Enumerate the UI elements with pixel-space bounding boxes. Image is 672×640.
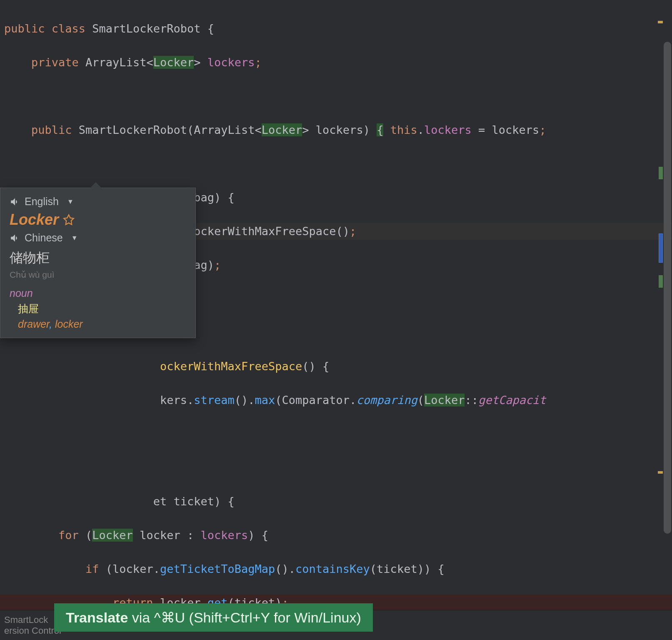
source-language-row[interactable]: English ▼ [10,196,186,208]
gutter-marker-warning[interactable] [658,471,663,474]
var: locker : [133,529,201,542]
translation-pinyin: Chǔ wù guì [10,270,186,280]
param: lockers [316,123,363,136]
brace: { [228,191,235,204]
paren: ) [214,495,221,508]
paren: () [336,225,350,238]
field-lockers: lockers [207,56,255,69]
eq: = [472,123,492,136]
paren: ( [79,529,92,542]
translation-popup[interactable]: English ▼ Locker Chinese ▼ 储物柜 Chǔ wù gu… [0,188,196,338]
code-line-blank[interactable] [0,426,672,443]
synonym-1: drawer [18,318,49,330]
chevron-down-icon: ▼ [67,198,74,206]
breadcrumb[interactable]: SmartLock ersion Control [0,615,61,636]
param: bag [194,191,214,204]
class-name: SmartLockerRobot [92,22,200,35]
keyword-this: this [390,123,417,136]
brace: { [431,562,445,575]
paren: ) [207,259,214,271]
paren: (). [235,394,255,407]
type: ArrayList< [194,123,262,136]
brace: { [255,529,269,542]
method-call: getTicketToBagMap [160,562,275,575]
banner-bold: Translate [66,610,128,625]
semicolon: ; [255,56,262,69]
gutter-marker-vcs[interactable] [659,275,663,288]
code-line-blank[interactable] [0,156,672,173]
type-locker: Locker [262,123,302,136]
speaker-icon[interactable] [10,233,20,243]
breadcrumb-file[interactable]: SmartLock [4,615,61,625]
type-locker: Locker [424,394,465,407]
semicolon: ; [350,225,356,238]
translation-text: 储物柜 [10,249,186,267]
synonym-comma: , [49,318,52,330]
paren: ) [214,191,221,204]
method-comparing: comparing [356,394,417,407]
code-line-blank[interactable] [0,88,672,105]
code-line[interactable]: ockerWithMaxFreeSpace() { [0,358,672,375]
arg: ticket [377,562,417,575]
param: lockers [492,123,540,136]
type: > [302,123,309,136]
code-line[interactable]: private ArrayList<Locker> lockers; [0,54,672,71]
target-language-row[interactable]: Chinese ▼ [10,232,186,244]
paren: ( [417,394,424,407]
type: ArrayList< [85,56,153,69]
code-line[interactable]: public SmartLockerRobot(ArrayList<Locker… [0,122,672,139]
definition: 抽屉 [18,302,186,316]
brace: { [221,495,235,508]
target-language[interactable]: Chinese ▼ [25,232,78,244]
brace: { [207,22,214,35]
code-line[interactable]: for (Locker locker : lockers) { [0,527,672,544]
part-of-speech: noun [10,287,186,299]
expr-partial: et [153,495,174,508]
keyword-public: public [31,123,72,136]
paren: ) [363,123,370,136]
ctor-name: SmartLockerRobot [79,123,187,136]
code-line[interactable]: kers.stream().max(Comparator.comparing(L… [0,392,672,409]
target-lang-label: Chinese [25,232,63,244]
banner-text: via ^⌘U (Shift+Ctrl+Y for Win/Linux) [128,610,361,625]
translate-hint-banner[interactable]: Translate via ^⌘U (Shift+Ctrl+Y for Win/… [54,603,373,632]
paren: (locker. [99,562,160,575]
type: > [194,56,200,69]
semicolon: ; [539,123,546,136]
star-icon[interactable] [63,214,75,226]
code-line[interactable]: if (locker.getTicketToBagMap().containsK… [0,561,672,578]
method-call: containsKey [295,562,370,575]
method-name-partial: ockerWithMaxFreeSpace [160,360,302,373]
code-line-blank[interactable] [0,459,672,477]
gutter-marker-vcs[interactable] [659,167,663,179]
code-line[interactable]: public class SmartLockerRobot { [0,20,672,38]
paren: (Comparator. [275,394,356,407]
gutter-marker-warning[interactable] [658,21,663,23]
paren: ( [187,123,194,136]
dot: . [417,123,424,136]
scrollbar-thumb[interactable] [664,42,671,534]
source-language[interactable]: English ▼ [25,196,74,208]
paren: ) [248,529,255,542]
code-line[interactable]: et ticket) { [0,493,672,510]
paren: () [302,360,316,373]
chevron-down-icon: ▼ [71,234,78,242]
brace: { [377,123,383,136]
field-lockers: lockers [200,529,248,542]
gutter-marker-selection[interactable] [659,233,663,263]
keyword-public: public [4,22,45,35]
paren: (). [275,562,295,575]
method-stream: stream [194,394,235,407]
keyword-for: for [58,529,79,542]
breadcrumb-panel[interactable]: ersion Control [4,625,61,636]
method-ref: getCapacit [478,394,546,407]
keyword-private: private [31,56,79,69]
synonym-2: locker [55,318,83,330]
double-colon: :: [465,394,478,407]
field-lockers: lockers [424,123,472,136]
expr-partial: kers. [160,394,194,407]
method-max: max [255,394,275,407]
source-lang-label: English [25,196,59,208]
translated-word: Locker [10,211,59,228]
speaker-icon[interactable] [10,196,20,207]
